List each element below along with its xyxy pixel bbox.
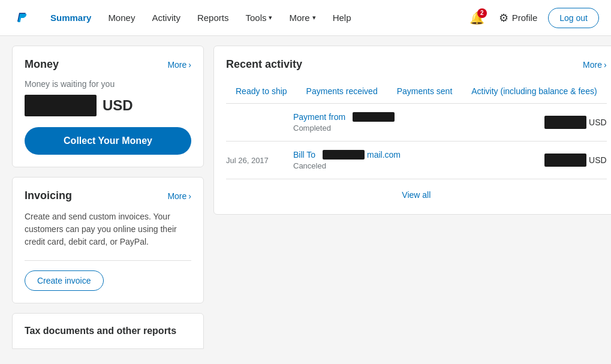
money-more-link[interactable]: More › — [167, 60, 191, 70]
logout-button[interactable]: Log out — [548, 8, 599, 28]
invoicing-card: Invoicing More › Create and send custom … — [12, 177, 204, 303]
header-right: 🔔 2 ⚙ Profile Log out — [466, 7, 599, 29]
money-card-title: Money — [25, 58, 59, 71]
nav-reports[interactable]: Reports — [190, 8, 236, 28]
invoicing-more-chevron-icon: › — [188, 191, 191, 201]
invoicing-more-link[interactable]: More › — [167, 191, 191, 201]
money-more-chevron-icon: › — [188, 60, 191, 70]
view-all-row: View all — [226, 179, 607, 202]
create-invoice-button[interactable]: Create invoice — [25, 270, 104, 291]
paypal-logo[interactable] — [12, 7, 31, 28]
row1-details: Payment from Completed — [293, 112, 537, 133]
tax-card-title: Tax documents and other reports — [25, 326, 176, 336]
collect-money-button[interactable]: Collect Your Money — [25, 127, 191, 155]
main-nav: Summary Money Activity Reports Tools ▾ M… — [43, 8, 466, 28]
main-content: Money More › Money is waiting for you US… — [0, 36, 611, 359]
profile-label: Profile — [512, 13, 538, 23]
row2-bill-to-label: Bill To — [293, 150, 315, 160]
tab-payments-sent[interactable]: Payments sent — [387, 80, 462, 103]
nav-more[interactable]: More ▾ — [282, 8, 323, 28]
row1-name-redacted — [353, 112, 395, 122]
more-chevron-icon: ▾ — [312, 14, 316, 22]
invoicing-card-title: Invoicing — [25, 189, 72, 202]
activity-header: Recent activity More › — [226, 58, 607, 71]
nav-activity[interactable]: Activity — [145, 8, 188, 28]
left-panel: Money More › Money is waiting for you US… — [12, 46, 204, 349]
money-amount-row: USD — [25, 95, 191, 116]
row2-name-redacted — [323, 150, 365, 160]
money-amount-redacted — [25, 95, 97, 116]
row1-amount-redacted — [544, 116, 586, 129]
nav-summary[interactable]: Summary — [43, 8, 98, 28]
tax-card: Tax documents and other reports — [12, 313, 204, 349]
nav-tools[interactable]: Tools ▾ — [238, 8, 279, 28]
activity-tabs: Ready to ship Payments received Payments… — [226, 80, 607, 104]
row2-amount-redacted — [544, 154, 586, 167]
activity-title: Recent activity — [226, 58, 302, 71]
row2-date-area: Jul 26, 2017 — [226, 155, 286, 165]
money-currency: USD — [103, 97, 133, 114]
gear-icon: ⚙ — [499, 11, 508, 25]
row2-email-suffix: mail.com — [367, 150, 401, 160]
tab-ready-to-ship[interactable]: Ready to ship — [226, 80, 297, 103]
activity-more-chevron-icon: › — [604, 60, 607, 70]
row1-status: Completed — [293, 124, 537, 133]
money-waiting-label: Money is waiting for you — [25, 79, 191, 89]
money-card-header: Money More › — [25, 58, 191, 71]
tab-payments-received[interactable]: Payments received — [297, 80, 387, 103]
table-row: Payment from Completed USD — [226, 104, 607, 142]
row1-currency: USD — [589, 118, 607, 127]
invoicing-divider — [25, 260, 191, 261]
right-panel: Recent activity More › Ready to ship Pay… — [213, 46, 611, 349]
table-row: Jul 26, 2017 Bill To mail.com Canceled U… — [226, 142, 607, 179]
activity-card: Recent activity More › Ready to ship Pay… — [213, 46, 611, 215]
money-card: Money More › Money is waiting for you US… — [12, 46, 204, 167]
notification-badge: 2 — [477, 8, 487, 18]
header: Summary Money Activity Reports Tools ▾ M… — [0, 0, 611, 36]
row2-title-link[interactable]: Bill To mail.com — [293, 150, 537, 160]
tab-activity-balance[interactable]: Activity (including balance & fees) — [462, 80, 606, 103]
activity-more-link[interactable]: More › — [583, 60, 607, 70]
row2-date: Jul 26, 2017 — [226, 156, 269, 165]
notifications-button[interactable]: 🔔 2 — [466, 7, 488, 29]
row2-amount: USD — [544, 154, 607, 167]
invoicing-card-header: Invoicing More › — [25, 189, 191, 202]
row1-payment-from-label: Payment from — [293, 112, 345, 122]
row2-status: Canceled — [293, 161, 537, 170]
view-all-link[interactable]: View all — [402, 190, 431, 200]
row2-currency: USD — [589, 155, 607, 165]
row2-details: Bill To mail.com Canceled — [293, 150, 537, 170]
profile-button[interactable]: ⚙ Profile — [495, 8, 541, 28]
tools-chevron-icon: ▾ — [269, 14, 272, 22]
invoicing-description: Create and send custom invoices. Your cu… — [25, 210, 191, 248]
row1-amount: USD — [544, 116, 607, 129]
nav-money[interactable]: Money — [101, 8, 142, 28]
nav-help[interactable]: Help — [326, 8, 359, 28]
row1-title-link[interactable]: Payment from — [293, 112, 537, 122]
